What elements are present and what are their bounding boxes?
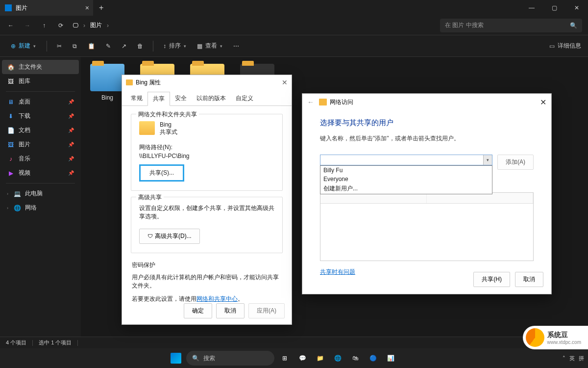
dialog-heading: 选择要与其共享的用户 [320, 118, 534, 128]
sidebar-item-home[interactable]: 🏠主文件夹 [2, 60, 79, 74]
pc-icon: 💻 [13, 190, 21, 198]
folder-item[interactable]: Bing [88, 64, 127, 101]
pin-icon: 📌 [68, 99, 74, 105]
taskbar: 🔍搜索 ⊞ 💬 📁 🌐 🛍 🔵 📊 ˄ 英 拼 [0, 348, 588, 368]
chevron-right-icon: › [7, 191, 8, 196]
share-button[interactable]: 共享(S)... [139, 164, 184, 182]
close-button[interactable]: ✕ [540, 98, 546, 107]
new-tab-button[interactable]: + [93, 3, 109, 12]
sidebar-item-music[interactable]: ♪音乐📌 [2, 152, 79, 166]
sidebar-item-thispc[interactable]: ›💻此电脑 [2, 186, 79, 201]
toolbar: ⊕ 新建 ▾ ✂ ⧉ 📋 ✎ ↗ 🗑 ↕ 排序 ▾ ▦ 查看 ▾ ⋯ ▭ 详细信… [0, 35, 588, 57]
monitor-icon: 🖵 [73, 22, 78, 29]
forward-button[interactable]: → [23, 21, 32, 30]
sidebar-item-documents[interactable]: 📄文档📌 [2, 123, 79, 137]
tray-chevron-icon[interactable]: ˄ [563, 355, 565, 362]
tab-customize[interactable]: 自定义 [231, 92, 258, 105]
dialog-title: Bing 属性 [136, 79, 161, 87]
taskbar-app[interactable]: 💬 [295, 351, 310, 366]
taskbar-app[interactable]: 📊 [383, 351, 398, 366]
apply-button[interactable]: 应用(A) [248, 303, 285, 318]
watermark-text: 系统豆 [547, 331, 581, 340]
more-button[interactable]: ⋯ [230, 41, 242, 52]
sidebar-item-downloads[interactable]: ⬇下载📌 [2, 109, 79, 123]
taskbar-app[interactable]: 🌐 [330, 351, 345, 366]
details-icon: ▭ [549, 43, 555, 50]
problems-link[interactable]: 共享时有问题 [320, 268, 355, 275]
sidebar-item-desktop[interactable]: 🖥桌面📌 [2, 95, 79, 109]
close-window-button[interactable]: ✕ [565, 0, 588, 16]
dialog-subtext: 键入名称，然后单击"添加"，或者单击箭头查找用户。 [320, 134, 534, 143]
delete-button[interactable]: 🗑 [134, 41, 146, 52]
tab-general[interactable]: 常规 [126, 92, 147, 105]
tab-previous-versions[interactable]: 以前的版本 [192, 92, 231, 105]
cut-button[interactable]: ✂ [54, 41, 65, 52]
minimize-button[interactable]: — [520, 0, 543, 16]
permissions-table[interactable] [320, 192, 534, 261]
back-button[interactable]: ← [6, 21, 16, 30]
network-center-link[interactable]: 网络和共享中心 [196, 295, 238, 302]
user-input[interactable] [320, 155, 492, 165]
search-input[interactable]: 在 图片 中搜索 🔍 [440, 19, 582, 32]
share-button[interactable]: ↗ [119, 41, 129, 52]
add-button[interactable]: 添加(A) [497, 155, 534, 170]
taskbar-search[interactable]: 🔍搜索 [186, 351, 274, 366]
password-desc: 用户必须具有此计算机的用户帐户和密码，才能访问共享文件夹。 [132, 273, 282, 290]
cancel-button[interactable]: 取消 [515, 272, 543, 287]
ok-button[interactable]: 确定 [184, 303, 212, 318]
folder-icon [126, 79, 133, 85]
advanced-desc: 设置自定义权限，创建多个共享，并设置其他高级共享选项。 [139, 204, 274, 221]
sidebar-item-videos[interactable]: ▶视频📌 [2, 166, 79, 180]
watermark: 系统豆 www.xtdpc.com [523, 326, 588, 349]
video-icon: ▶ [7, 169, 15, 177]
maximize-button[interactable]: ▢ [543, 0, 565, 16]
ime-mode[interactable]: 拼 [579, 355, 584, 362]
back-icon[interactable]: ← [307, 98, 314, 106]
chevron-down-icon[interactable]: ▾ [483, 155, 492, 165]
pin-icon: 📌 [68, 113, 74, 119]
sort-button[interactable]: ↕ 排序 ▾ [160, 40, 189, 52]
paste-button[interactable]: 📋 [85, 41, 98, 52]
view-button[interactable]: ▦ 查看 ▾ [194, 40, 225, 52]
breadcrumb[interactable]: 🖵 › 图片 › [73, 21, 433, 29]
taskbar-app[interactable]: 🔵 [366, 351, 380, 366]
up-button[interactable]: ↑ [39, 21, 49, 30]
ime-indicator[interactable]: 英 [569, 355, 575, 362]
close-button[interactable]: ✕ [282, 79, 288, 86]
taskbar-app[interactable]: 📁 [313, 351, 327, 366]
share-confirm-button[interactable]: 共享(H) [473, 272, 510, 287]
sidebar-item-pictures[interactable]: 🖼图片📌 [2, 137, 79, 152]
dropdown-option[interactable]: Everyone [320, 175, 492, 184]
breadcrumb-segment[interactable]: 图片 [90, 21, 102, 29]
task-view-button[interactable]: ⊞ [277, 351, 292, 366]
tab-share[interactable]: 共享 [147, 92, 170, 106]
dropdown-option[interactable]: Billy Fu [320, 166, 492, 175]
start-button[interactable] [169, 351, 183, 366]
gallery-icon: 🖼 [7, 78, 15, 85]
home-icon: 🏠 [7, 63, 15, 71]
window-tab[interactable]: 图片 × [0, 0, 93, 16]
new-button[interactable]: ⊕ 新建 ▾ [7, 40, 40, 52]
watermark-url: www.xtdpc.com [547, 340, 581, 345]
advanced-share-button[interactable]: 高级共享(D)... [139, 229, 200, 244]
tab-title: 图片 [16, 4, 27, 12]
copy-button[interactable]: ⧉ [70, 41, 80, 52]
refresh-button[interactable]: ⟳ [56, 21, 66, 30]
chevron-right-icon: › [107, 22, 109, 29]
sidebar-item-network[interactable]: ›🌐网络 [2, 201, 79, 215]
details-button[interactable]: 详细信息 [558, 42, 581, 50]
tab-security[interactable]: 安全 [170, 92, 192, 105]
network-path-label: 网络路径(N): [139, 143, 274, 152]
pictures-icon: 🖼 [7, 141, 15, 149]
user-combobox[interactable]: ▾ Billy Fu Everyone 创建新用户... [320, 155, 492, 170]
dropdown-option[interactable]: 创建新用户... [320, 184, 492, 194]
dialog-titlebar[interactable]: Bing 属性 ✕ [122, 75, 292, 90]
share-icon [319, 99, 327, 105]
rename-button[interactable]: ✎ [103, 41, 114, 52]
sidebar-item-gallery[interactable]: 🖼图库 [2, 74, 79, 88]
close-tab-icon[interactable]: × [85, 4, 89, 12]
address-bar: ← → ↑ ⟳ 🖵 › 图片 › 在 图片 中搜索 🔍 [0, 16, 588, 35]
cancel-button[interactable]: 取消 [216, 303, 245, 318]
taskbar-app[interactable]: 🛍 [348, 351, 363, 366]
dialog-titlebar[interactable]: ← 网络访问 ✕ [302, 94, 551, 110]
